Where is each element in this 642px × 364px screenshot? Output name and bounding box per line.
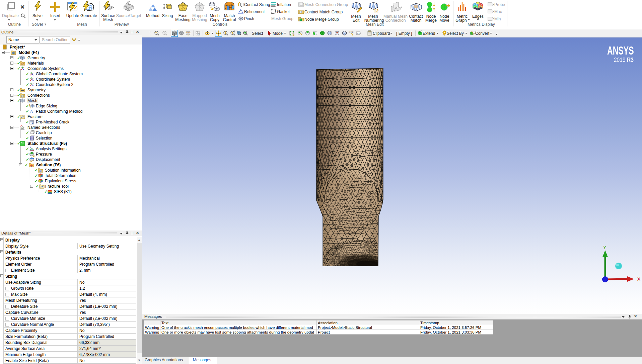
svg-text:12: 12 [374, 8, 378, 13]
svg-text:100: 100 [357, 32, 361, 34]
svg-text:X,Y,Z: X,Y,Z [349, 31, 354, 33]
svg-text:i: i [40, 170, 41, 172]
